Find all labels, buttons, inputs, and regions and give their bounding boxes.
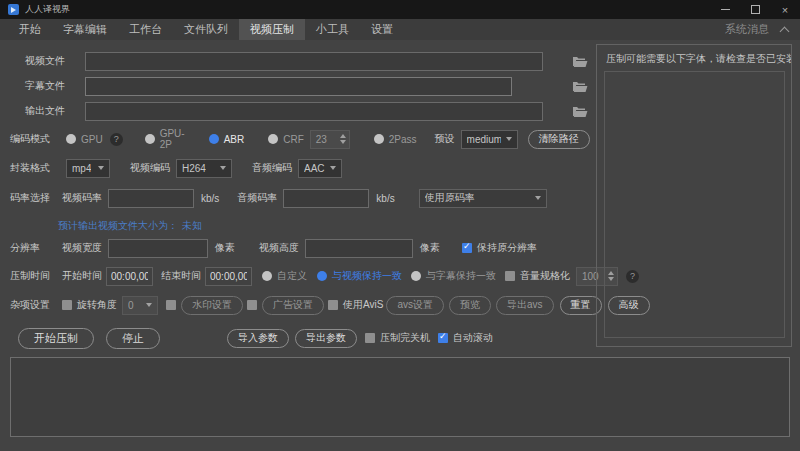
spinner-down-icon[interactable] [340,140,346,144]
bitrate-mode-select[interactable]: 使用原码率 [419,189,547,208]
output-file-input[interactable] [85,102,543,121]
minimize-icon [721,9,730,10]
video-codec-select[interactable]: H264 [176,159,232,178]
gpu-help-icon[interactable]: ? [110,133,123,146]
video-height-input[interactable] [305,239,413,258]
preset-label: 预设 [435,132,455,146]
use-avisynth-label[interactable]: 使用AviS [343,298,383,312]
subtitle-file-row: 字幕文件 [10,75,588,97]
keep-resolution-label[interactable]: 保持原分辨率 [477,241,537,255]
start-time-input[interactable] [106,267,153,286]
encode-mode-row: 编码模式 GPU ? GPU-2P ABR CRF 23 2Pass 预设 me… [10,128,585,150]
radio-gpu2p-label[interactable]: GPU-2P [160,128,185,150]
keep-resolution-checkbox[interactable] [462,243,472,253]
volume-normalize-label[interactable]: 音量规格化 [520,269,570,283]
resolution-row: 分辨率 视频宽度 像素 视频高度 像素 保持原分辨率 [10,237,537,259]
subtitle-file-input[interactable] [85,77,512,96]
misc-settings-row: 杂项设置 旋转角度 0 水印设置 广告设置 使用AviS avs设置 预览 导出… [10,294,650,316]
radio-gpu[interactable] [66,134,76,144]
caret-down-icon [146,303,152,307]
stop-button[interactable]: 停止 [106,328,160,349]
window-title: 人人译视界 [25,3,70,16]
export-avs-button[interactable]: 导出avs [496,296,554,315]
radio-gpu2p[interactable] [145,134,155,144]
preset-value: medium [467,134,501,145]
radio-crf-label[interactable]: CRF [283,134,304,145]
radio-abr-label[interactable]: ABR [224,134,245,145]
menu-item-tools[interactable]: 小工具 [305,19,360,40]
video-width-label: 视频宽度 [62,241,102,255]
export-params-button[interactable]: 导出参数 [295,329,357,348]
container-select[interactable]: mp4 [66,159,110,178]
radio-follow-video[interactable] [317,271,327,281]
shutdown-after-checkbox[interactable] [365,333,375,343]
radio-custom-time[interactable] [262,271,272,281]
actions-row: 开始压制 停止 导入参数 导出参数 压制完关机 自动滚动 [10,326,585,350]
watermark-checkbox[interactable] [166,300,176,310]
watermark-settings-button[interactable]: 水印设置 [181,296,243,315]
chevron-up-icon [780,26,790,36]
video-height-label: 视频高度 [259,241,299,255]
encode-mode-label: 编码模式 [10,132,54,146]
use-avisynth-checkbox[interactable] [328,300,338,310]
menu-item-workbench[interactable]: 工作台 [118,19,173,40]
radio-abr[interactable] [209,134,219,144]
caret-down-icon [506,137,512,141]
crf-value-spinner[interactable]: 23 [310,130,350,149]
audio-bitrate-input[interactable] [283,189,369,208]
avs-settings-button[interactable]: avs设置 [386,296,444,315]
video-file-input[interactable] [85,52,543,71]
radio-crf[interactable] [268,134,278,144]
start-encode-button[interactable]: 开始压制 [18,328,94,349]
maximize-icon [751,5,760,14]
radio-gpu-label[interactable]: GPU [81,134,103,145]
radio-follow-subtitle-label[interactable]: 与字幕保持一致 [426,269,496,283]
autoscroll-label[interactable]: 自动滚动 [453,331,493,345]
ad-checkbox[interactable] [247,300,257,310]
caret-down-icon [535,196,541,200]
radio-follow-subtitle[interactable] [411,271,421,281]
close-button[interactable]: × [770,0,800,19]
menu-item-video-encode[interactable]: 视频压制 [239,19,305,40]
font-check-notice: 压制可能需要以下字体，请检查是否已安装 [597,45,791,66]
radio-custom-time-label[interactable]: 自定义 [277,269,307,283]
rotate-label[interactable]: 旋转角度 [77,298,117,312]
preset-select[interactable]: medium [461,130,518,149]
rotate-angle-select[interactable]: 0 [122,296,158,315]
menu-item-subtitle-edit[interactable]: 字幕编辑 [52,19,118,40]
menu-item-file-queue[interactable]: 文件队列 [173,19,239,40]
video-bitrate-input[interactable] [108,189,194,208]
minimize-button[interactable] [710,0,740,19]
crf-value: 23 [316,134,327,145]
radio-2pass-label[interactable]: 2Pass [389,134,417,145]
log-output[interactable] [10,357,790,437]
ad-settings-button[interactable]: 广告设置 [262,296,324,315]
font-list[interactable] [604,71,785,338]
caret-down-icon [330,166,336,170]
maximize-button[interactable] [740,0,770,19]
system-message-toggle[interactable]: 系统消息 [725,19,800,40]
video-width-input[interactable] [108,239,208,258]
shutdown-after-label[interactable]: 压制完关机 [380,331,430,345]
open-folder-icon[interactable] [572,55,588,68]
open-folder-icon[interactable] [572,105,588,118]
radio-follow-video-label[interactable]: 与视频保持一致 [332,269,402,283]
spinner-up-icon[interactable] [340,134,346,138]
autoscroll-checkbox[interactable] [438,333,448,343]
volume-normalize-checkbox[interactable] [505,271,515,281]
radio-2pass[interactable] [374,134,384,144]
container-value: mp4 [72,163,91,174]
preview-button[interactable]: 预览 [449,296,491,315]
import-params-button[interactable]: 导入参数 [227,329,289,348]
audio-codec-select[interactable]: AAC [298,159,342,178]
clear-path-button[interactable]: 清除路径 [528,130,590,149]
end-time-label: 结束时间 [161,269,201,283]
open-folder-icon[interactable] [572,80,588,93]
rotate-checkbox[interactable] [62,300,72,310]
menu-item-start[interactable]: 开始 [8,19,52,40]
end-time-input[interactable] [205,267,252,286]
size-estimate-row: 预计输出视频文件大小为： 未知 [10,215,202,237]
menu-item-settings[interactable]: 设置 [360,19,404,40]
width-unit-label: 像素 [215,241,235,255]
bitrate-mode-value: 使用原码率 [425,191,475,205]
